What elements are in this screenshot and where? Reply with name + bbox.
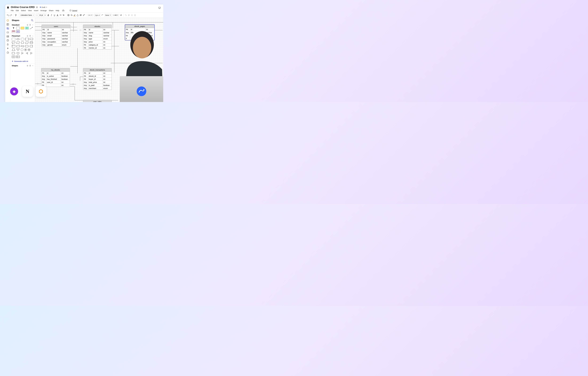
- fill-icon[interactable]: [70, 14, 73, 16]
- shape-note2[interactable]: [=: [30, 52, 33, 54]
- rail-image-icon[interactable]: [6, 35, 9, 38]
- endpoint-arrow-select[interactable]: ▼: [113, 14, 119, 16]
- undo-icon[interactable]: [7, 14, 9, 16]
- shape-internal[interactable]: [12, 45, 15, 47]
- rail-container-icon[interactable]: [6, 31, 9, 34]
- shape-stored[interactable]: [30, 45, 33, 47]
- font-size-increase[interactable]: +: [44, 14, 46, 17]
- shape-table[interactable]: [12, 55, 15, 58]
- magnet-icon[interactable]: [131, 14, 133, 16]
- menu-view[interactable]: View: [28, 10, 32, 11]
- menu-file[interactable]: File: [11, 10, 14, 11]
- line-corner-icon[interactable]: [101, 14, 104, 16]
- shape-list2[interactable]: [16, 55, 20, 58]
- shape-data[interactable]: [16, 41, 20, 44]
- font-size-decrease[interactable]: −: [36, 14, 38, 17]
- shape-offpage[interactable]: [16, 52, 20, 54]
- italic-icon[interactable]: [50, 14, 53, 16]
- entity-users[interactable]: users PKidint Keynamevarchar Keyemailvar…: [42, 25, 70, 46]
- entity-ebook-transactions[interactable]: ebook_transactions PKidint FKebook_idint…: [83, 68, 112, 90]
- shape-note[interactable]: [21, 27, 24, 29]
- trash-icon[interactable]: [29, 65, 31, 66]
- search-icon[interactable]: [31, 19, 33, 22]
- shape-or[interactable]: ⊗: [28, 48, 30, 51]
- pin-icon[interactable]: [27, 65, 28, 66]
- text-options-icon[interactable]: T▾: [63, 14, 65, 16]
- shape-brace-left[interactable]: ={: [25, 52, 29, 54]
- shape-circle[interactable]: [21, 48, 23, 51]
- shape-decision[interactable]: [16, 38, 20, 41]
- menu-select[interactable]: Select: [21, 10, 26, 11]
- entity-ebooks[interactable]: ebooks PKidint Keynamevarchar Keyslugvar…: [83, 25, 112, 50]
- collapse-icon[interactable]: [32, 35, 33, 37]
- comments-icon[interactable]: [158, 7, 161, 9]
- shape-process[interactable]: [12, 38, 15, 41]
- link-icon[interactable]: [125, 14, 127, 16]
- shape-document[interactable]: [30, 38, 33, 41]
- shape-pentagon[interactable]: [12, 52, 15, 54]
- shape-arrow[interactable]: [30, 27, 33, 29]
- shape-sum[interactable]: ⊕: [24, 48, 27, 51]
- shape-fit-icon[interactable]: [67, 14, 70, 16]
- menu-help[interactable]: Help: [56, 10, 59, 11]
- lock-icon[interactable]: [134, 14, 136, 16]
- magic-wand-icon[interactable]: [83, 14, 85, 16]
- bold-icon[interactable]: [47, 14, 49, 16]
- find-icon[interactable]: [62, 9, 64, 11]
- shape-hexagon[interactable]: [21, 41, 24, 44]
- layers-icon[interactable]: [80, 14, 82, 16]
- shape-rect[interactable]: [16, 27, 20, 29]
- shape-manual[interactable]: [16, 45, 20, 47]
- menu-edit[interactable]: Edit: [16, 10, 19, 11]
- border-color-icon[interactable]: [74, 14, 76, 16]
- menu-share[interactable]: Share: [49, 10, 53, 11]
- shape-parallelogram[interactable]: [25, 41, 29, 44]
- rail-puzzle-icon[interactable]: [6, 51, 9, 54]
- shape-trapezoid[interactable]: [12, 48, 15, 51]
- shape-cylinder[interactable]: [30, 41, 33, 44]
- line-style-select[interactable]: ▼: [87, 14, 93, 16]
- shape-terminator[interactable]: [21, 38, 24, 41]
- rail-sparkle-icon[interactable]: [6, 47, 9, 50]
- shape-play[interactable]: [16, 30, 20, 33]
- menu-insert[interactable]: Insert: [34, 10, 38, 11]
- rail-rocket-icon[interactable]: [6, 43, 9, 46]
- text-color-icon[interactable]: A: [56, 14, 59, 16]
- shape-callout[interactable]: [12, 41, 15, 44]
- shape-predefined[interactable]: [25, 38, 29, 41]
- favorite-star-icon[interactable]: [36, 6, 38, 8]
- shape-delay[interactable]: [25, 45, 29, 47]
- menu-arrange[interactable]: Arrange: [41, 10, 47, 11]
- trash-icon[interactable]: [29, 35, 31, 37]
- shape-triangle[interactable]: [16, 48, 20, 51]
- rail-lucid-icon[interactable]: [6, 19, 9, 22]
- document-title[interactable]: Online Course ERD: [11, 6, 35, 9]
- entity-user-roles[interactable]: user_roles: [83, 100, 112, 102]
- rail-grid-icon[interactable]: [6, 23, 9, 26]
- pin-icon[interactable]: [27, 24, 28, 26]
- shape-ai[interactable]: [25, 27, 29, 29]
- redo-icon[interactable]: [10, 14, 12, 16]
- swap-ends-icon[interactable]: [120, 14, 122, 16]
- pin-icon[interactable]: [27, 35, 28, 37]
- shape-wave[interactable]: [21, 45, 24, 47]
- font-size-value[interactable]: 10 pt: [38, 14, 44, 17]
- bolt-icon[interactable]: [128, 14, 130, 16]
- collapse-icon[interactable]: [32, 65, 33, 66]
- rail-data-icon[interactable]: [6, 39, 9, 42]
- format-painter-icon[interactable]: [15, 14, 17, 16]
- align-icon[interactable]: [60, 14, 62, 16]
- endpoint-none-select[interactable]: None▼: [105, 14, 112, 17]
- trash-icon[interactable]: [29, 24, 31, 26]
- font-family-select[interactable]: Liberation Sans: [20, 14, 35, 17]
- shape-brace-right[interactable]: }=: [21, 52, 24, 54]
- status-dropdown[interactable]: Draft ▼: [40, 6, 47, 8]
- saved-status[interactable]: Saved: [72, 10, 77, 11]
- collapse-icon[interactable]: [32, 24, 33, 26]
- generate-with-ai-button[interactable]: ✦ Generate with AI: [10, 59, 35, 63]
- line-width-select[interactable]: 1 px▴▾: [94, 14, 101, 17]
- entity-my-ebooks[interactable]: my_ebooks PKidint Keyis_activeboolean Ke…: [41, 68, 70, 87]
- shape-text[interactable]: T: [12, 27, 15, 29]
- drop-icon[interactable]: [76, 14, 79, 16]
- underline-icon[interactable]: [53, 14, 55, 16]
